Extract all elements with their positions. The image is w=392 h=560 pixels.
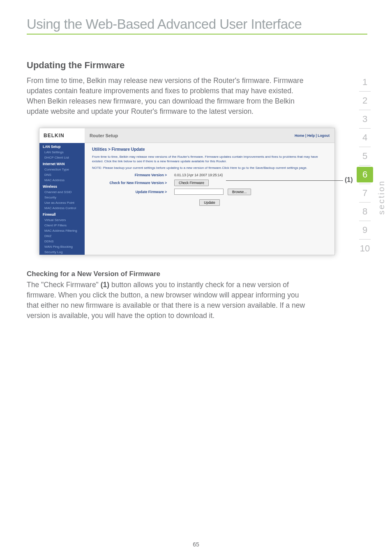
check-firmware-button[interactable]: Check Firmware (174, 180, 209, 186)
sidebar-item[interactable]: DHCP Client List (39, 155, 85, 160)
firmware-version-label: Firmware Version > (92, 173, 174, 177)
section-nav-item[interactable]: 7 (357, 184, 373, 202)
section-nav-item[interactable]: 8 (357, 203, 373, 221)
breadcrumb: Utilities > Firmware Update (92, 147, 327, 152)
section-nav-item[interactable]: 3 (357, 110, 373, 128)
sidebar-item[interactable]: Channel and SSID (39, 189, 85, 195)
sidebar-item[interactable]: MAC Address (39, 177, 85, 183)
sidebar-item[interactable]: MAC Address Filtering (39, 228, 85, 233)
browse-button[interactable]: Browse... (228, 189, 251, 195)
firmware-intro-text: From time to time, Belkin may release ne… (92, 155, 327, 164)
update-button[interactable]: Update (199, 199, 219, 206)
router-ui-header-links[interactable]: Home | Help | Logout (295, 134, 330, 138)
firmware-file-input[interactable] (174, 189, 224, 195)
section-nav-item[interactable]: 1 (357, 73, 373, 91)
section-nav: 12345678910 (357, 73, 373, 258)
sidebar-groups: LAN SetupLAN SettingsDHCP Client ListInt… (39, 143, 85, 255)
firmware-note-text: NOTE: Please backup your current setting… (92, 166, 327, 170)
section-nav-item[interactable]: 10 (357, 240, 373, 258)
sidebar-group-header: Firewall (39, 211, 85, 217)
section-nav-item[interactable]: 6 (357, 167, 373, 182)
section-nav-item[interactable]: 2 (357, 92, 373, 110)
callout-line (226, 180, 343, 181)
title-underline (27, 34, 367, 35)
router-ui-header-title: Router Setup (90, 133, 118, 138)
section-nav-item[interactable]: 4 (357, 129, 373, 147)
sidebar-item[interactable]: WAN Ping Blocking (39, 244, 85, 249)
sidebar-group-header: LAN Setup (39, 143, 85, 150)
router-ui-header: Router Setup Home | Help | Logout (85, 128, 334, 143)
sidebar-item[interactable]: Use as Access Point (39, 200, 85, 205)
check-firmware-label: Check for New Firmware Version > (92, 181, 174, 185)
section-nav-item[interactable]: 5 (357, 147, 373, 165)
sidebar-item[interactable]: MAC Address Control (39, 205, 85, 211)
section-heading: Updating the Firmware (27, 60, 367, 71)
sidebar-item[interactable]: DMZ (39, 233, 85, 239)
section-vertical-label: section (377, 180, 386, 214)
sidebar-item[interactable]: Virtual Servers (39, 217, 85, 223)
section-nav-item[interactable]: 9 (357, 221, 373, 239)
sidebar-group-header: Wireless (39, 183, 85, 189)
sidebar-item[interactable]: LAN Settings (39, 150, 85, 155)
intro-paragraph: From time to time, Belkin may release ne… (27, 76, 306, 116)
router-ui-sidebar: BELKIN LAN SetupLAN SettingsDHCP Client … (39, 128, 85, 255)
update-firmware-label: Update Firmware > (92, 190, 174, 194)
router-ui-brand: BELKIN (44, 133, 65, 138)
page-number: 65 (0, 541, 392, 548)
firmware-version-value: 0.01.13 (Apr 14 2007 19:25:14) (174, 173, 223, 177)
router-ui-screenshot: BELKIN LAN SetupLAN SettingsDHCP Client … (39, 128, 335, 255)
sidebar-group-header: Internet WAN (39, 160, 85, 167)
subsection-heading: Checking for a New Version of Firmware (27, 270, 367, 278)
sidebar-item[interactable]: Security (39, 195, 85, 200)
sidebar-item[interactable]: DDNS (39, 239, 85, 244)
sidebar-item[interactable]: Security Log (39, 249, 85, 255)
sidebar-item[interactable]: DNS (39, 172, 85, 177)
page-title: Using the Web-Based Advanced User Interf… (27, 16, 367, 32)
section-nav-divider (359, 165, 371, 166)
sidebar-item[interactable]: Client IP Filters (39, 223, 85, 228)
sidebar-item[interactable]: Connection Type (39, 167, 85, 172)
subsection-paragraph: The "Check Firmware" (1) button allows y… (27, 280, 306, 320)
callout-label-1: (1) (345, 176, 353, 184)
